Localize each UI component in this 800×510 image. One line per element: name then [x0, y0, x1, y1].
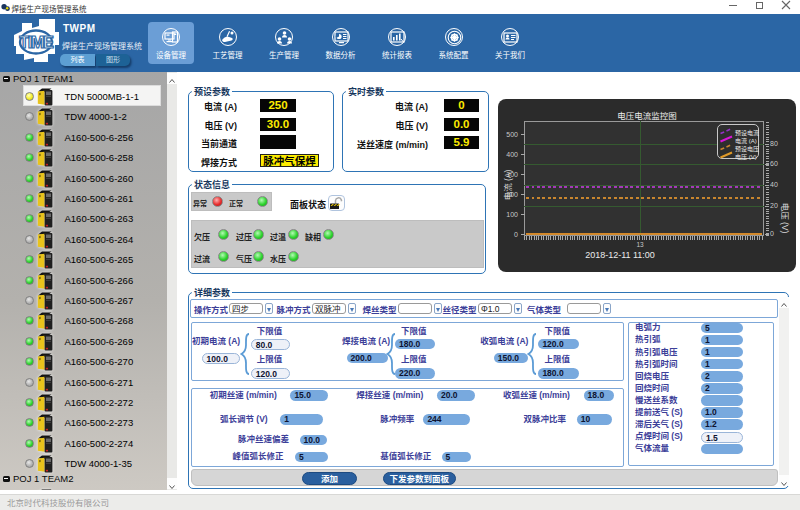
svg-text:TIME: TIME	[19, 34, 54, 51]
